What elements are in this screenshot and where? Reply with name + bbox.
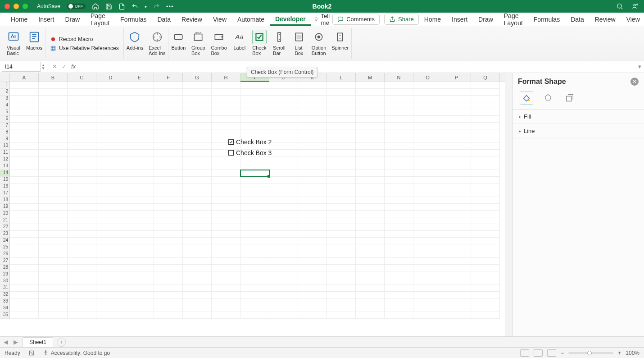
panel-close-button[interactable]: ✕ bbox=[630, 78, 639, 86]
cell[interactable] bbox=[269, 109, 298, 116]
cell[interactable] bbox=[385, 123, 413, 129]
view-normal-button[interactable] bbox=[520, 349, 529, 357]
cell[interactable] bbox=[68, 285, 96, 292]
cell[interactable] bbox=[385, 251, 413, 258]
cell[interactable] bbox=[183, 224, 212, 231]
cell[interactable] bbox=[356, 231, 385, 238]
cell[interactable] bbox=[68, 197, 96, 204]
cell[interactable] bbox=[356, 109, 385, 116]
cell[interactable] bbox=[327, 278, 356, 285]
col-header-H[interactable]: H bbox=[212, 73, 240, 82]
cell[interactable] bbox=[154, 190, 183, 197]
cell[interactable] bbox=[385, 224, 413, 231]
tab-insert[interactable]: Insert bbox=[33, 14, 59, 25]
col-header-Q[interactable]: Q bbox=[471, 73, 500, 82]
cell[interactable] bbox=[68, 211, 96, 217]
cell[interactable] bbox=[183, 278, 212, 285]
cell[interactable] bbox=[39, 285, 68, 292]
panel-section-line[interactable]: ▸Line bbox=[512, 124, 644, 138]
cell[interactable] bbox=[10, 251, 39, 258]
cell[interactable] bbox=[471, 271, 500, 278]
cell[interactable] bbox=[68, 177, 96, 184]
cell[interactable] bbox=[298, 129, 327, 136]
macros-button[interactable]: Macros bbox=[23, 28, 45, 59]
cell[interactable] bbox=[385, 305, 413, 312]
cell[interactable] bbox=[413, 190, 442, 197]
cell[interactable] bbox=[471, 150, 500, 156]
cell[interactable] bbox=[385, 96, 413, 102]
cell[interactable] bbox=[96, 123, 125, 129]
cell[interactable] bbox=[183, 109, 212, 116]
cell[interactable] bbox=[68, 224, 96, 231]
col-header-E[interactable]: E bbox=[125, 73, 154, 82]
tab-formulas[interactable]: Formulas bbox=[115, 14, 152, 25]
cell[interactable] bbox=[68, 123, 96, 129]
sheet-next-button[interactable]: ▶ bbox=[13, 339, 19, 345]
cell[interactable] bbox=[471, 82, 500, 89]
cell[interactable] bbox=[10, 116, 39, 123]
cell[interactable] bbox=[68, 298, 96, 305]
cell[interactable] bbox=[442, 197, 471, 204]
cell[interactable] bbox=[385, 143, 413, 150]
cell[interactable] bbox=[39, 136, 68, 143]
row-header-34[interactable]: 34 bbox=[0, 305, 10, 312]
cell[interactable] bbox=[442, 102, 471, 109]
sheet-tab-sheet1[interactable]: Sheet1 bbox=[23, 337, 53, 347]
cell[interactable] bbox=[471, 278, 500, 285]
cell[interactable] bbox=[269, 231, 298, 238]
cell[interactable] bbox=[413, 129, 442, 136]
cell[interactable] bbox=[356, 278, 385, 285]
row-header-29[interactable]: 29 bbox=[0, 271, 10, 278]
accessibility-status[interactable]: Accessibility: Good to go bbox=[43, 350, 110, 356]
row-header-15[interactable]: 15 bbox=[0, 177, 10, 184]
cell[interactable] bbox=[125, 156, 154, 163]
cell[interactable] bbox=[96, 258, 125, 265]
cell[interactable] bbox=[298, 177, 327, 184]
cell[interactable] bbox=[327, 292, 356, 298]
cell[interactable] bbox=[413, 123, 442, 129]
cell[interactable] bbox=[125, 298, 154, 305]
cell[interactable] bbox=[125, 271, 154, 278]
coauthor-icon[interactable] bbox=[631, 3, 639, 10]
cell[interactable] bbox=[442, 224, 471, 231]
cell[interactable] bbox=[125, 190, 154, 197]
cell[interactable] bbox=[327, 177, 356, 184]
search-icon[interactable] bbox=[616, 3, 623, 10]
cell[interactable] bbox=[10, 96, 39, 102]
cell[interactable] bbox=[356, 292, 385, 298]
cell[interactable] bbox=[183, 129, 212, 136]
cell[interactable] bbox=[413, 156, 442, 163]
cell[interactable] bbox=[327, 123, 356, 129]
cell[interactable] bbox=[212, 102, 240, 109]
cell[interactable] bbox=[327, 96, 356, 102]
cell[interactable] bbox=[413, 285, 442, 292]
cell[interactable] bbox=[327, 89, 356, 96]
cell[interactable] bbox=[327, 129, 356, 136]
cell[interactable] bbox=[125, 217, 154, 224]
select-all-corner[interactable] bbox=[0, 73, 10, 82]
cell[interactable] bbox=[125, 278, 154, 285]
col-header-C[interactable]: C bbox=[68, 73, 96, 82]
cell[interactable] bbox=[183, 197, 212, 204]
cell[interactable] bbox=[356, 271, 385, 278]
control-spinner-button[interactable]: Spinner bbox=[329, 28, 351, 59]
cell[interactable] bbox=[385, 312, 413, 319]
cell[interactable] bbox=[298, 170, 327, 177]
cell[interactable] bbox=[327, 298, 356, 305]
cell[interactable] bbox=[471, 285, 500, 292]
fill-handle[interactable] bbox=[268, 175, 270, 178]
cell[interactable] bbox=[413, 136, 442, 143]
cell[interactable] bbox=[125, 150, 154, 156]
col-header-F[interactable]: F bbox=[154, 73, 183, 82]
cell[interactable] bbox=[240, 224, 269, 231]
cell[interactable] bbox=[125, 258, 154, 265]
cell[interactable] bbox=[10, 190, 39, 197]
cell[interactable] bbox=[298, 190, 327, 197]
cell[interactable] bbox=[442, 238, 471, 244]
row-header-19[interactable]: 19 bbox=[0, 204, 10, 211]
cell[interactable] bbox=[212, 251, 240, 258]
cell[interactable] bbox=[269, 285, 298, 292]
cell[interactable] bbox=[68, 292, 96, 298]
row-header-10[interactable]: 10 bbox=[0, 143, 10, 150]
cell[interactable] bbox=[10, 150, 39, 156]
